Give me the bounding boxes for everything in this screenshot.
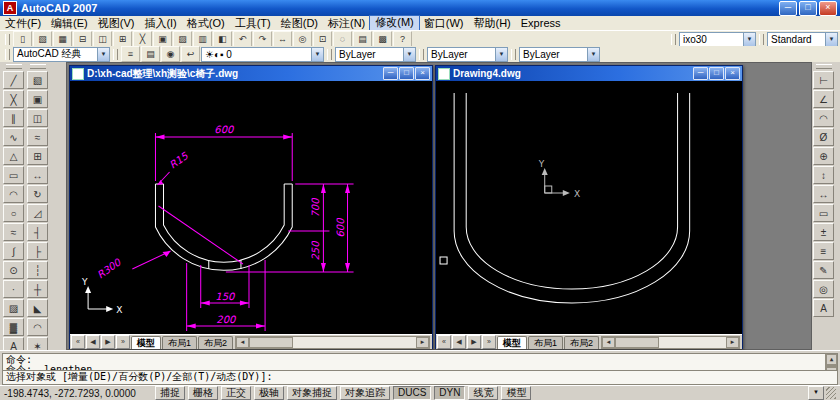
model-toggle[interactable]: 模型	[501, 386, 531, 400]
horizontal-scrollbar[interactable]: ◄ ►	[235, 336, 430, 349]
menu-edit[interactable]: 编辑(E)	[46, 16, 93, 30]
scroll-right-icon[interactable]: ►	[416, 337, 429, 348]
fillet-icon[interactable]: ◠	[27, 318, 48, 336]
dyn-toggle[interactable]: DYN	[434, 386, 465, 400]
tab-last-button[interactable]: »	[482, 335, 496, 349]
polyline-icon[interactable]: ∿	[3, 128, 24, 146]
tab-prev-button[interactable]: ◀	[86, 335, 100, 349]
toolbar-grip[interactable]	[327, 49, 332, 60]
linetype-combo[interactable]: ByLayer ▼	[427, 47, 508, 62]
dim-style-combo[interactable]: ixo30 ▼	[679, 32, 756, 47]
leader-icon[interactable]: ✎	[813, 261, 834, 279]
lineweight-toggle[interactable]: 线宽	[468, 386, 498, 400]
chevron-down-icon[interactable]: ▼	[97, 48, 109, 61]
doc2-canvas[interactable]: Y X	[436, 81, 742, 334]
minimize-button[interactable]: ─	[779, 1, 797, 16]
menu-view[interactable]: 视图(V)	[93, 16, 140, 30]
paste-icon[interactable]: ▨	[173, 31, 192, 47]
dim-radius-icon[interactable]: ◎	[813, 280, 834, 298]
rectangle-icon[interactable]: ▭	[3, 166, 24, 184]
command-input[interactable]: 选择对象或 [增量(DE)/百分数(P)/全部(T)/动态(DY)]:	[2, 370, 838, 385]
close-button[interactable]: ×	[819, 1, 837, 16]
doc1-title-bar[interactable]: D:\xh-cad整理\xh测验\c椅子.dwg ─ □ ×	[70, 66, 432, 81]
doc2-minimize-button[interactable]: ─	[693, 67, 708, 80]
dim-style-icon[interactable]: ≡	[813, 242, 834, 260]
block-editor-icon[interactable]: ◧	[213, 31, 232, 47]
chevron-down-icon[interactable]: ▼	[743, 33, 755, 46]
ducs-toggle[interactable]: DUCS	[393, 386, 431, 400]
chevron-down-icon[interactable]: ▼	[587, 48, 599, 61]
menu-help[interactable]: 帮助(H)	[469, 16, 516, 30]
tab-prev-button[interactable]: ◀	[452, 335, 466, 349]
toolbar-grip[interactable]	[5, 34, 10, 45]
arc-icon[interactable]: ◠	[3, 185, 24, 203]
break-icon[interactable]: ┆	[27, 261, 48, 279]
dim-baseline-icon[interactable]: ▭	[813, 204, 834, 222]
polar-toggle[interactable]: 极轴	[254, 386, 284, 400]
dim-vertical-icon[interactable]: ↕	[813, 166, 834, 184]
workspace-combo[interactable]: AutoCAD 经典 ▼	[13, 47, 110, 62]
dim-text-icon[interactable]: A	[813, 299, 834, 317]
toolbar-grip[interactable]	[6, 64, 22, 69]
toolbar-grip[interactable]	[671, 34, 676, 45]
chevron-down-icon[interactable]: ▼	[825, 33, 837, 46]
erase-icon[interactable]: ▧	[27, 71, 48, 89]
scrollbar-thumb[interactable]	[615, 337, 659, 348]
tab-model[interactable]: 模型	[497, 336, 527, 349]
multiline-icon[interactable]: ∥	[3, 109, 24, 127]
tab-layout1[interactable]: 布局1	[162, 336, 197, 349]
tab-model[interactable]: 模型	[131, 336, 161, 349]
dim-arc-length-icon[interactable]: ◠	[813, 109, 834, 127]
tab-last-button[interactable]: »	[116, 335, 130, 349]
scale-icon[interactable]: ◿	[27, 204, 48, 222]
offset-icon[interactable]: ≈	[27, 128, 48, 146]
join-icon[interactable]: ┼	[27, 280, 48, 298]
doc1-minimize-button[interactable]: ─	[383, 67, 398, 80]
scrollbar-thumb[interactable]	[249, 337, 293, 348]
tab-layout1[interactable]: 布局1	[528, 336, 563, 349]
ellipse-icon[interactable]: ⊙	[3, 261, 24, 279]
extend-icon[interactable]: ├	[27, 242, 48, 260]
dim-diameter-icon[interactable]: Ø	[813, 128, 834, 146]
menu-express[interactable]: Express	[516, 16, 566, 30]
menu-format[interactable]: 格式(O)	[182, 16, 230, 30]
point-icon[interactable]: ·	[3, 280, 24, 298]
redo-icon[interactable]: ↷	[253, 31, 272, 47]
toolbar-grip[interactable]	[5, 49, 10, 60]
toolbar-grip[interactable]	[419, 49, 424, 60]
layer-properties-icon[interactable]: ≡	[121, 46, 140, 62]
revision-cloud-icon[interactable]: ≈	[3, 223, 24, 241]
scrollbar-track[interactable]	[659, 337, 726, 348]
zoom-realtime-icon[interactable]: ◎	[293, 31, 312, 47]
layer-combo[interactable]: ☀◐▪ 0 ▼	[201, 47, 324, 62]
doc1-close-button[interactable]: ×	[415, 67, 430, 80]
osnap-toggle[interactable]: 对象捕捉	[287, 386, 337, 400]
horizontal-scrollbar[interactable]: ◄ ►	[601, 336, 740, 349]
rotate-icon[interactable]: ↻	[27, 185, 48, 203]
layer-states-icon[interactable]: ▤	[141, 46, 160, 62]
move-icon[interactable]: ↔	[27, 166, 48, 184]
menu-window[interactable]: 窗口(W)	[419, 16, 469, 30]
layer-previous-icon[interactable]: ↩	[181, 46, 200, 62]
otrack-toggle[interactable]: 对象追踪	[340, 386, 390, 400]
copy-object-icon[interactable]: ▣	[27, 90, 48, 108]
chevron-down-icon[interactable]: ▼	[495, 48, 507, 61]
maximize-button[interactable]: □	[799, 1, 817, 16]
spline-icon[interactable]: ∫	[3, 242, 24, 260]
polygon-icon[interactable]: △	[3, 147, 24, 165]
toolbar-grip[interactable]	[113, 49, 118, 60]
dim-aligned-icon[interactable]: ∠	[813, 90, 834, 108]
doc1-maximize-button[interactable]: □	[399, 67, 414, 80]
toolbar-grip[interactable]	[816, 64, 832, 69]
tab-next-button[interactable]: ▶	[101, 335, 115, 349]
new-file-icon[interactable]: ▯	[13, 31, 32, 47]
chamfer-icon[interactable]: ◣	[27, 299, 48, 317]
zoom-window-icon[interactable]: ⊡	[313, 31, 332, 47]
ortho-toggle[interactable]: 正交	[221, 386, 251, 400]
scroll-left-icon[interactable]: ◄	[602, 337, 615, 348]
zoom-previous-icon[interactable]: ◌	[333, 31, 352, 47]
gradient-icon[interactable]: ▓	[3, 318, 24, 336]
coordinate-display[interactable]: -198.4743, -272.7293, 0.0000	[4, 388, 152, 399]
plot-icon[interactable]: ⊟	[73, 31, 92, 47]
tab-layout2[interactable]: 布局2	[198, 336, 233, 349]
